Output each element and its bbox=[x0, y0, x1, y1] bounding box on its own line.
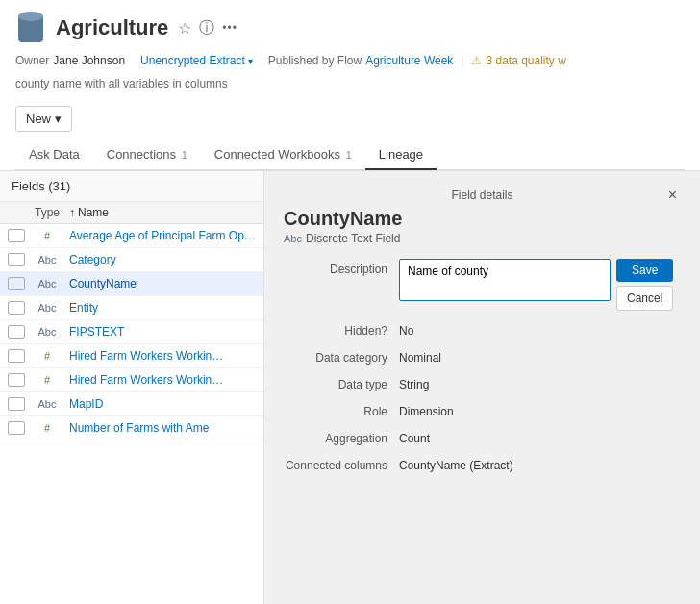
chevron-down-icon: ▾ bbox=[55, 112, 62, 126]
star-icon[interactable]: ☆ bbox=[178, 19, 191, 38]
field-checkbox[interactable] bbox=[8, 373, 25, 387]
description-label: Description bbox=[284, 259, 399, 276]
main-content: Fields (31) Type ↑ Name # Average Age of… bbox=[0, 171, 700, 604]
field-row[interactable]: Abc Category bbox=[0, 248, 263, 272]
field-row[interactable]: Abc MapID bbox=[0, 392, 263, 416]
field-name: FIPSTEXT bbox=[69, 325, 256, 339]
tabs-bar: Ask Data Connections 1 Connected Workboo… bbox=[15, 139, 685, 170]
field-row[interactable]: Abc FIPSTEXT bbox=[0, 320, 263, 344]
field-name: Hired Farm Workers Workin… bbox=[69, 373, 256, 387]
field-checkbox[interactable] bbox=[8, 301, 25, 315]
connected-columns-row: Connected columns CountyName (Extract) bbox=[284, 455, 681, 472]
field-name: Average Age of Principal Farm Operators:… bbox=[69, 229, 256, 242]
tab-ask-data[interactable]: Ask Data bbox=[15, 139, 93, 169]
fields-col-header: Type ↑ Name bbox=[0, 202, 263, 224]
flow-name[interactable]: Agriculture Week bbox=[365, 54, 453, 67]
field-checkbox[interactable] bbox=[8, 229, 25, 242]
aggregation-value: Count bbox=[399, 428, 681, 445]
field-checkbox[interactable] bbox=[8, 421, 25, 435]
tab-connections[interactable]: Connections 1 bbox=[93, 139, 201, 169]
field-checkbox[interactable] bbox=[8, 325, 25, 339]
field-type: Abc bbox=[33, 326, 62, 338]
datasource-description: county name with all variables in column… bbox=[15, 73, 685, 98]
field-checkbox[interactable] bbox=[8, 277, 25, 290]
page-header: Agriculture ☆ ⓘ ••• Owner Jane Johnson U… bbox=[0, 0, 700, 171]
field-type: Abc bbox=[33, 398, 62, 410]
datasource-icon bbox=[15, 10, 46, 46]
header-meta: Owner Jane Johnson Unencrypted Extract ▾… bbox=[15, 54, 685, 73]
toolbar: New ▾ bbox=[15, 98, 685, 132]
data-type-value: String bbox=[399, 374, 681, 391]
hidden-row: Hidden? No bbox=[284, 320, 681, 338]
new-button[interactable]: New ▾ bbox=[15, 106, 72, 132]
field-title: CountyName bbox=[284, 208, 681, 230]
role-row: Role Dimension bbox=[284, 401, 681, 418]
cancel-button[interactable]: Cancel bbox=[616, 286, 673, 311]
hidden-label: Hidden? bbox=[284, 320, 399, 338]
field-name: Entity bbox=[69, 301, 256, 315]
field-name: MapID bbox=[69, 397, 256, 411]
field-type: # bbox=[33, 350, 62, 362]
fields-header: Fields (31) bbox=[0, 171, 263, 202]
owner-name: Jane Johnson bbox=[53, 54, 125, 67]
role-value: Dimension bbox=[399, 401, 681, 418]
field-name: CountyName bbox=[69, 277, 256, 290]
aggregation-row: Aggregation Count bbox=[284, 428, 681, 445]
field-row[interactable]: # Average Age of Principal Farm Operator… bbox=[0, 224, 263, 248]
field-name: Number of Farms with Ame bbox=[69, 421, 256, 435]
quality-warning: ⚠ 3 data quality w bbox=[471, 54, 565, 67]
field-type: Abc bbox=[33, 278, 62, 289]
tab-lineage[interactable]: Lineage bbox=[365, 139, 437, 169]
field-name: Hired Farm Workers Workin… bbox=[69, 349, 256, 363]
datasource-title: Agriculture bbox=[56, 15, 168, 40]
field-type: # bbox=[33, 230, 62, 241]
hidden-value: No bbox=[399, 320, 681, 338]
header-icons: ☆ ⓘ ••• bbox=[178, 18, 238, 38]
field-row[interactable]: # Hired Farm Workers Workin… bbox=[0, 344, 263, 368]
col-name-label: ↑ Name bbox=[69, 206, 256, 219]
field-subtitle: Abc Discrete Text Field bbox=[284, 232, 681, 245]
field-checkbox[interactable] bbox=[8, 253, 25, 266]
data-category-label: Data category bbox=[284, 347, 399, 365]
field-details-label: Field details bbox=[451, 189, 512, 202]
extract-badge-button[interactable]: Unencrypted Extract ▾ bbox=[140, 54, 253, 67]
col-type-label: Type bbox=[33, 206, 62, 219]
field-row[interactable]: Abc CountyName bbox=[0, 272, 263, 296]
field-type: Abc bbox=[33, 302, 62, 314]
connected-columns-value: CountyName (Extract) bbox=[399, 455, 681, 472]
field-row[interactable]: Abc Entity bbox=[0, 296, 263, 320]
owner-label: Owner bbox=[15, 54, 49, 67]
chevron-down-icon: ▾ bbox=[248, 56, 253, 66]
tab-connected-workbooks[interactable]: Connected Workbooks 1 bbox=[201, 139, 365, 169]
data-category-row: Data category Nominal bbox=[284, 347, 681, 365]
more-icon[interactable]: ••• bbox=[222, 21, 238, 35]
fields-panel: Fields (31) Type ↑ Name # Average Age of… bbox=[0, 171, 264, 604]
data-category-value: Nominal bbox=[399, 347, 681, 365]
aggregation-label: Aggregation bbox=[284, 428, 399, 445]
info-icon[interactable]: ⓘ bbox=[199, 18, 214, 38]
save-button[interactable]: Save bbox=[616, 259, 673, 282]
description-input[interactable]: Name of county bbox=[399, 259, 611, 301]
published-label: Published by Flow bbox=[268, 54, 362, 67]
field-type: Abc bbox=[33, 254, 62, 265]
warning-icon: ⚠ bbox=[471, 54, 482, 67]
sort-up-icon: ↑ bbox=[69, 206, 75, 219]
field-type-icon: Abc bbox=[284, 233, 302, 244]
field-name: Category bbox=[69, 253, 256, 266]
data-type-label: Data type bbox=[284, 374, 399, 391]
field-type: # bbox=[33, 374, 62, 386]
field-checkbox[interactable] bbox=[8, 397, 25, 411]
field-type: # bbox=[33, 422, 62, 434]
field-row[interactable]: # Hired Farm Workers Workin… bbox=[0, 368, 263, 392]
field-checkbox[interactable] bbox=[8, 349, 25, 363]
close-button[interactable]: × bbox=[664, 187, 681, 204]
details-panel: Field details × CountyName Abc Discrete … bbox=[264, 171, 700, 604]
data-type-row: Data type String bbox=[284, 374, 681, 391]
description-row: Description Name of county Save Cancel bbox=[284, 259, 681, 311]
connected-columns-label: Connected columns bbox=[284, 455, 399, 472]
role-label: Role bbox=[284, 401, 399, 418]
field-row[interactable]: # Number of Farms with Ame bbox=[0, 416, 263, 440]
